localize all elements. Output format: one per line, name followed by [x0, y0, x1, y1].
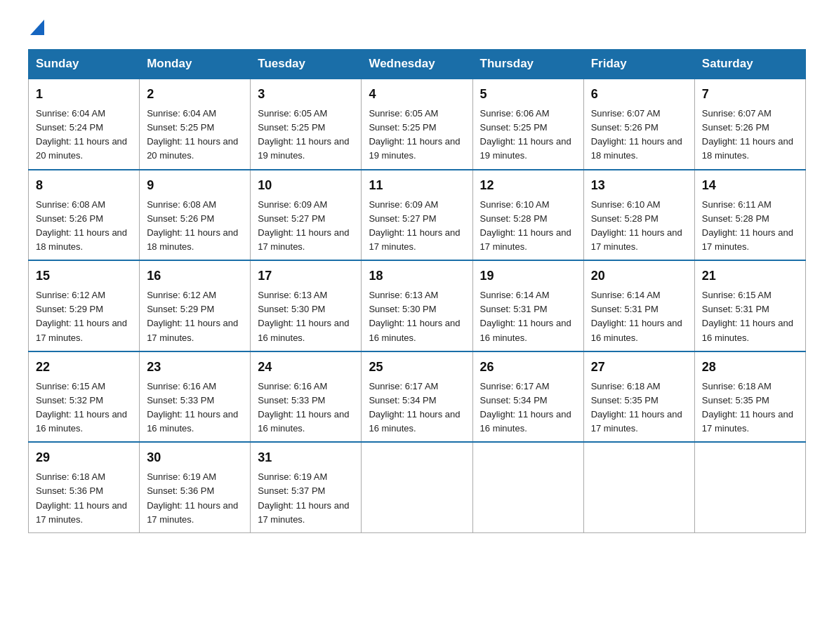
day-info: Sunrise: 6:09 AMSunset: 5:27 PMDaylight:…: [369, 199, 460, 252]
logo-triangle-icon: [30, 20, 44, 35]
logo: [28, 21, 44, 35]
day-number: 9: [147, 176, 243, 195]
day-info: Sunrise: 6:12 AMSunset: 5:29 PMDaylight:…: [147, 290, 238, 342]
day-info: Sunrise: 6:17 AMSunset: 5:34 PMDaylight:…: [369, 381, 460, 434]
calendar-cell: 15Sunrise: 6:12 AMSunset: 5:29 PMDayligh…: [29, 260, 140, 351]
week-row-3: 15Sunrise: 6:12 AMSunset: 5:29 PMDayligh…: [29, 260, 806, 351]
day-number: 29: [36, 448, 132, 467]
day-number: 4: [369, 85, 465, 104]
day-info: Sunrise: 6:18 AMSunset: 5:36 PMDaylight:…: [36, 471, 127, 524]
day-number: 17: [258, 267, 354, 286]
calendar-cell: 23Sunrise: 6:16 AMSunset: 5:33 PMDayligh…: [140, 351, 251, 443]
day-info: Sunrise: 6:15 AMSunset: 5:32 PMDaylight:…: [36, 381, 127, 434]
day-number: 6: [591, 85, 687, 104]
day-number: 3: [258, 85, 354, 104]
day-number: 27: [591, 358, 687, 377]
day-number: 14: [702, 176, 798, 195]
day-number: 28: [702, 358, 798, 377]
week-row-4: 22Sunrise: 6:15 AMSunset: 5:32 PMDayligh…: [29, 351, 806, 443]
calendar-cell: 3Sunrise: 6:05 AMSunset: 5:25 PMDaylight…: [251, 79, 362, 170]
day-info: Sunrise: 6:18 AMSunset: 5:35 PMDaylight:…: [591, 381, 682, 434]
calendar-cell: 29Sunrise: 6:18 AMSunset: 5:36 PMDayligh…: [29, 442, 140, 532]
day-number: 12: [480, 176, 576, 195]
calendar-cell: [583, 442, 694, 532]
day-number: 21: [702, 267, 798, 286]
calendar-table: SundayMondayTuesdayWednesdayThursdayFrid…: [28, 49, 806, 533]
calendar-cell: 2Sunrise: 6:04 AMSunset: 5:25 PMDaylight…: [140, 79, 251, 170]
header-sunday: Sunday: [29, 50, 140, 79]
day-info: Sunrise: 6:04 AMSunset: 5:25 PMDaylight:…: [147, 108, 238, 161]
day-info: Sunrise: 6:17 AMSunset: 5:34 PMDaylight:…: [480, 381, 571, 434]
day-info: Sunrise: 6:08 AMSunset: 5:26 PMDaylight:…: [147, 199, 238, 252]
calendar-cell: 18Sunrise: 6:13 AMSunset: 5:30 PMDayligh…: [362, 260, 472, 351]
calendar-cell: 11Sunrise: 6:09 AMSunset: 5:27 PMDayligh…: [362, 170, 472, 261]
header-tuesday: Tuesday: [251, 50, 362, 79]
calendar-cell: 30Sunrise: 6:19 AMSunset: 5:36 PMDayligh…: [140, 442, 251, 532]
header-thursday: Thursday: [472, 50, 583, 79]
week-row-2: 8Sunrise: 6:08 AMSunset: 5:26 PMDaylight…: [29, 170, 806, 261]
day-info: Sunrise: 6:04 AMSunset: 5:24 PMDaylight:…: [36, 108, 127, 161]
calendar-cell: 25Sunrise: 6:17 AMSunset: 5:34 PMDayligh…: [362, 351, 472, 443]
day-info: Sunrise: 6:07 AMSunset: 5:26 PMDaylight:…: [591, 108, 682, 161]
day-number: 16: [147, 267, 243, 286]
day-number: 25: [369, 358, 465, 377]
calendar-cell: 21Sunrise: 6:15 AMSunset: 5:31 PMDayligh…: [694, 260, 805, 351]
calendar-cell: 14Sunrise: 6:11 AMSunset: 5:28 PMDayligh…: [694, 170, 805, 261]
day-info: Sunrise: 6:08 AMSunset: 5:26 PMDaylight:…: [36, 199, 127, 252]
calendar-cell: 9Sunrise: 6:08 AMSunset: 5:26 PMDaylight…: [140, 170, 251, 261]
calendar-cell: 22Sunrise: 6:15 AMSunset: 5:32 PMDayligh…: [29, 351, 140, 443]
day-number: 24: [258, 358, 354, 377]
day-number: 1: [36, 85, 132, 104]
day-number: 26: [480, 358, 576, 377]
day-info: Sunrise: 6:05 AMSunset: 5:25 PMDaylight:…: [258, 108, 349, 161]
calendar-cell: 26Sunrise: 6:17 AMSunset: 5:34 PMDayligh…: [472, 351, 583, 443]
day-number: 15: [36, 267, 132, 286]
day-info: Sunrise: 6:18 AMSunset: 5:35 PMDaylight:…: [702, 381, 793, 434]
day-info: Sunrise: 6:07 AMSunset: 5:26 PMDaylight:…: [702, 108, 793, 161]
day-number: 20: [591, 267, 687, 286]
calendar-cell: 10Sunrise: 6:09 AMSunset: 5:27 PMDayligh…: [251, 170, 362, 261]
day-info: Sunrise: 6:10 AMSunset: 5:28 PMDaylight:…: [591, 199, 682, 252]
day-info: Sunrise: 6:16 AMSunset: 5:33 PMDaylight:…: [258, 381, 349, 434]
day-number: 23: [147, 358, 243, 377]
calendar-header-row: SundayMondayTuesdayWednesdayThursdayFrid…: [29, 50, 806, 79]
day-info: Sunrise: 6:14 AMSunset: 5:31 PMDaylight:…: [591, 290, 682, 342]
calendar-cell: 4Sunrise: 6:05 AMSunset: 5:25 PMDaylight…: [362, 79, 472, 170]
calendar-cell: 20Sunrise: 6:14 AMSunset: 5:31 PMDayligh…: [583, 260, 694, 351]
header-friday: Friday: [583, 50, 694, 79]
calendar-cell: 1Sunrise: 6:04 AMSunset: 5:24 PMDaylight…: [29, 79, 140, 170]
day-number: 30: [147, 448, 243, 467]
day-number: 5: [480, 85, 576, 104]
calendar-cell: 24Sunrise: 6:16 AMSunset: 5:33 PMDayligh…: [251, 351, 362, 443]
day-info: Sunrise: 6:12 AMSunset: 5:29 PMDaylight:…: [36, 290, 127, 342]
calendar-cell: 7Sunrise: 6:07 AMSunset: 5:26 PMDaylight…: [694, 79, 805, 170]
day-info: Sunrise: 6:09 AMSunset: 5:27 PMDaylight:…: [258, 199, 349, 252]
day-info: Sunrise: 6:16 AMSunset: 5:33 PMDaylight:…: [147, 381, 238, 434]
day-number: 13: [591, 176, 687, 195]
day-info: Sunrise: 6:13 AMSunset: 5:30 PMDaylight:…: [258, 290, 349, 342]
day-info: Sunrise: 6:13 AMSunset: 5:30 PMDaylight:…: [369, 290, 460, 342]
day-number: 8: [36, 176, 132, 195]
calendar-cell: [694, 442, 805, 532]
day-number: 22: [36, 358, 132, 377]
week-row-5: 29Sunrise: 6:18 AMSunset: 5:36 PMDayligh…: [29, 442, 806, 532]
page-header: [28, 21, 806, 35]
calendar-cell: 17Sunrise: 6:13 AMSunset: 5:30 PMDayligh…: [251, 260, 362, 351]
day-info: Sunrise: 6:14 AMSunset: 5:31 PMDaylight:…: [480, 290, 571, 342]
calendar-cell: 6Sunrise: 6:07 AMSunset: 5:26 PMDaylight…: [583, 79, 694, 170]
day-info: Sunrise: 6:05 AMSunset: 5:25 PMDaylight:…: [369, 108, 460, 161]
calendar-cell: 8Sunrise: 6:08 AMSunset: 5:26 PMDaylight…: [29, 170, 140, 261]
day-number: 7: [702, 85, 798, 104]
day-info: Sunrise: 6:10 AMSunset: 5:28 PMDaylight:…: [480, 199, 571, 252]
header-wednesday: Wednesday: [362, 50, 472, 79]
calendar-cell: 28Sunrise: 6:18 AMSunset: 5:35 PMDayligh…: [694, 351, 805, 443]
header-monday: Monday: [140, 50, 251, 79]
day-info: Sunrise: 6:19 AMSunset: 5:37 PMDaylight:…: [258, 471, 349, 524]
day-info: Sunrise: 6:11 AMSunset: 5:28 PMDaylight:…: [702, 199, 793, 252]
day-number: 11: [369, 176, 465, 195]
calendar-cell: [472, 442, 583, 532]
day-number: 19: [480, 267, 576, 286]
day-info: Sunrise: 6:15 AMSunset: 5:31 PMDaylight:…: [702, 290, 793, 342]
day-number: 2: [147, 85, 243, 104]
header-saturday: Saturday: [694, 50, 805, 79]
